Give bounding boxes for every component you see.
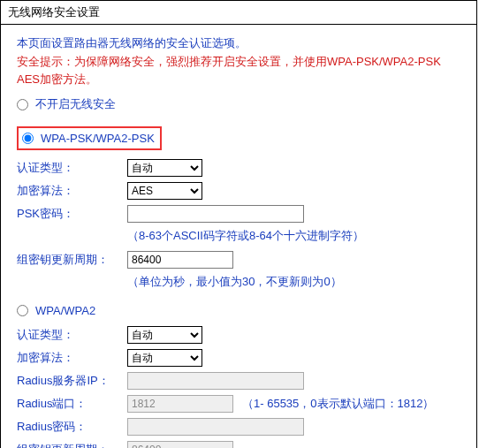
enc-type-select-psk[interactable]: AES <box>127 182 202 200</box>
radio-row-no-security: 不开启无线安全 <box>17 96 460 112</box>
group-key-hint-psk: （单位为秒，最小值为30，不更新则为0） <box>127 274 460 290</box>
row-auth-type-psk: 认证类型： 自动 <box>17 159 460 177</box>
row-radius-pwd: Radius密码： <box>17 418 460 436</box>
row-auth-type-wpa: 认证类型： 自动 <box>17 326 460 344</box>
group-key-input-psk[interactable] <box>127 251 233 269</box>
group-key-input-wpa[interactable] <box>127 441 233 448</box>
row-group-key-wpa: 组密钥更新周期： <box>17 441 460 448</box>
enc-type-label-wpa: 加密算法： <box>17 350 127 366</box>
radius-ip-label: Radius服务器IP： <box>17 373 127 389</box>
security-warning: 安全提示：为保障网络安全，强烈推荐开启安全设置，并使用WPA-PSK/WPA2-… <box>17 53 460 87</box>
radio-row-wpa-psk: WPA-PSK/WPA2-PSK <box>17 126 162 150</box>
row-psk-password: PSK密码： <box>17 205 460 223</box>
radio-no-security-label: 不开启无线安全 <box>35 96 116 112</box>
intro-text: 本页面设置路由器无线网络的安全认证选项。 <box>17 35 460 51</box>
group-key-label-psk: 组密钥更新周期： <box>17 252 127 268</box>
row-radius-ip: Radius服务器IP： <box>17 372 460 390</box>
panel-title: 无线网络安全设置 <box>1 1 476 25</box>
enc-type-select-wpa[interactable]: 自动 <box>127 349 202 367</box>
radio-row-wpa: WPA/WPA2 <box>17 304 460 317</box>
section-wpa: WPA/WPA2 认证类型： 自动 加密算法： 自动 Radius服务器IP： … <box>17 304 460 448</box>
radio-wpa[interactable] <box>17 305 28 316</box>
radius-pwd-label: Radius密码： <box>17 419 127 435</box>
auth-type-label-psk: 认证类型： <box>17 160 127 176</box>
radio-wpa-label: WPA/WPA2 <box>35 304 95 317</box>
enc-type-label-psk: 加密算法： <box>17 183 127 199</box>
auth-type-select-psk[interactable]: 自动 <box>127 159 202 177</box>
radio-no-security[interactable] <box>17 99 28 110</box>
wireless-security-panel: 无线网络安全设置 本页面设置路由器无线网络的安全认证选项。 安全提示：为保障网络… <box>0 0 477 448</box>
row-enc-type-psk: 加密算法： AES <box>17 182 460 200</box>
radio-wpa-psk[interactable] <box>22 133 34 144</box>
radius-port-input[interactable] <box>127 395 233 413</box>
group-key-label-wpa: 组密钥更新周期： <box>17 442 127 448</box>
radius-ip-input[interactable] <box>127 372 304 390</box>
row-group-key-psk: 组密钥更新周期： <box>17 251 460 269</box>
row-radius-port: Radius端口： （1- 65535，0表示默认端口：1812） <box>17 395 460 413</box>
radius-port-label: Radius端口： <box>17 396 127 412</box>
radio-wpa-psk-label: WPA-PSK/WPA2-PSK <box>41 132 155 145</box>
row-enc-type-wpa: 加密算法： 自动 <box>17 349 460 367</box>
auth-type-label-wpa: 认证类型： <box>17 327 127 343</box>
psk-password-input[interactable] <box>127 205 304 223</box>
radius-port-hint: （1- 65535，0表示默认端口：1812） <box>242 396 434 412</box>
radius-pwd-input[interactable] <box>127 418 304 436</box>
panel-content: 本页面设置路由器无线网络的安全认证选项。 安全提示：为保障网络安全，强烈推荐开启… <box>1 25 476 448</box>
psk-password-label: PSK密码： <box>17 206 127 222</box>
auth-type-select-wpa[interactable]: 自动 <box>127 326 202 344</box>
psk-password-hint: （8-63个ASCII码字符或8-64个十六进制字符） <box>127 228 460 244</box>
section-wpa-psk: WPA-PSK/WPA2-PSK 认证类型： 自动 加密算法： AES PSK密… <box>17 126 460 290</box>
section-no-security: 不开启无线安全 <box>17 96 460 112</box>
